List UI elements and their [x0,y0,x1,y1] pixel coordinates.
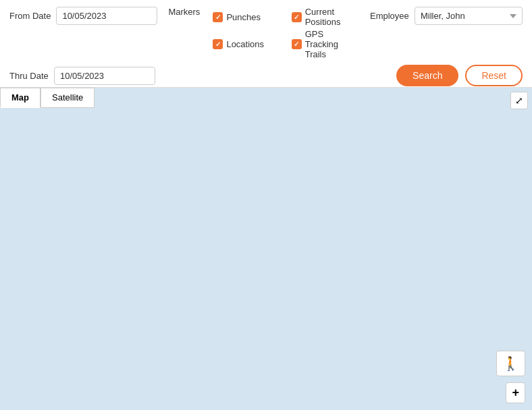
top-filter-row: From Date Markers Punches Current Positi… [9,7,523,59]
map-container[interactable]: Map Satellite Gulf of Mexico Canada Unit… [0,88,532,410]
markers-checkboxes: Punches Current Positions Locations GPS … [213,7,356,59]
employee-group: Employee Miller, John [370,7,523,25]
reset-button[interactable]: Reset [465,65,523,86]
marker-punches[interactable]: Punches [213,7,277,27]
from-date-group: From Date [9,7,157,25]
markers-group: Markers Punches Current Positions Locati… [168,7,356,59]
gps-trails-label: GPS Tracking Trails [305,29,356,59]
punches-checkbox[interactable] [213,12,223,22]
thru-date-input[interactable] [54,67,155,85]
markers-label: Markers [168,7,207,17]
punches-label: Punches [226,12,261,22]
map-background [0,88,532,410]
locations-checkbox[interactable] [213,39,223,49]
person-button[interactable]: 🚶 [496,351,525,376]
locations-label: Locations [226,39,264,49]
tab-satellite[interactable]: Satellite [41,88,95,108]
from-date-input[interactable] [56,7,157,25]
map-tabs: Map Satellite [0,88,95,108]
from-date-label: From Date [9,11,51,21]
marker-gps-trails[interactable]: GPS Tracking Trails [292,29,356,59]
gps-trails-checkbox[interactable] [292,39,302,49]
search-button[interactable]: Search [396,65,458,86]
filter-controls: From Date Markers Punches Current Positi… [0,0,532,86]
thru-date-group: Thru Date [9,67,155,85]
marker-locations[interactable]: Locations [213,29,277,59]
employee-label: Employee [370,11,409,21]
thru-date-label: Thru Date [9,71,49,81]
current-positions-label: Current Positions [305,7,356,27]
current-positions-checkbox[interactable] [292,12,302,22]
expand-button[interactable]: ⤢ [510,92,528,109]
controls-panel: From Date Markers Punches Current Positi… [0,0,532,88]
zoom-in-button[interactable]: + [506,382,525,403]
marker-current-positions[interactable]: Current Positions [292,7,356,27]
employee-select[interactable]: Miller, John [415,7,523,25]
tab-map[interactable]: Map [0,88,41,108]
